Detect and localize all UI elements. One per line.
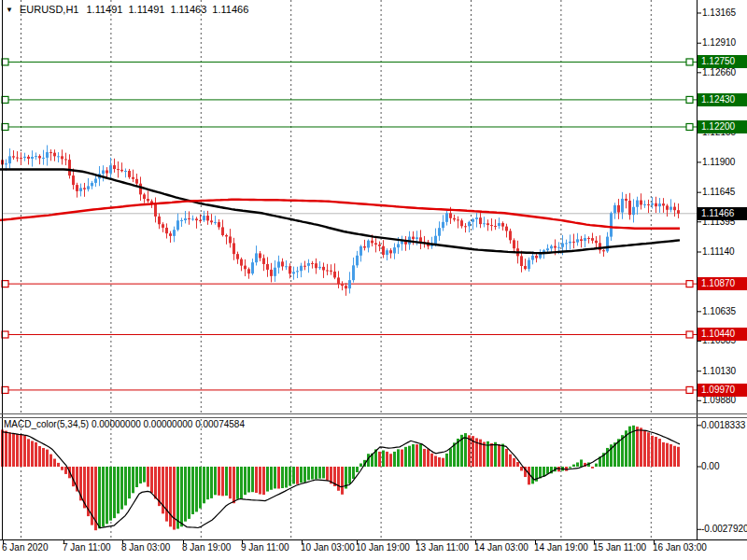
price-axis-label: 1.10635 bbox=[702, 305, 736, 318]
price-and-macd-plot[interactable] bbox=[0, 0, 747, 560]
close-value: 1.11466 bbox=[212, 4, 248, 15]
price-level-badge: 1.10870 bbox=[698, 277, 747, 290]
time-axis-label: 13 Jan 11:00 bbox=[416, 542, 469, 553]
time-axis-label: 10 Jan 03:00 bbox=[301, 542, 355, 553]
time-axis-label: 16 Jan 03:00 bbox=[653, 542, 707, 553]
symbol-period-label: EURUSD,H1 bbox=[20, 4, 79, 15]
high-value: 1.11491 bbox=[128, 4, 164, 15]
time-axis-label: 7 Jan 11:00 bbox=[63, 542, 111, 553]
price-level-badge: 1.12430 bbox=[698, 93, 747, 106]
time-axis-label: 8 Jan 19:00 bbox=[182, 542, 231, 553]
symbol-ohlc-line: ▼ EURUSD,H1 1.11491 1.11491 1.11463 1.11… bbox=[6, 4, 254, 15]
time-axis-label: 15 Jan 11:00 bbox=[593, 542, 646, 553]
price-axis-label: 1.12910 bbox=[702, 36, 736, 49]
macd-axis-label: 0.00 bbox=[701, 460, 719, 473]
price-level-badge: 1.09970 bbox=[698, 384, 747, 397]
current-price-badge: 1.11466 bbox=[698, 207, 747, 220]
price-axis-label: 1.11645 bbox=[702, 186, 735, 199]
price-level-badge: 1.10440 bbox=[698, 328, 747, 341]
low-value: 1.11463 bbox=[170, 4, 206, 15]
price-level-badge: 1.12200 bbox=[698, 120, 747, 133]
macd-axis-label: -0.0027920 bbox=[701, 523, 747, 536]
time-axis-label: 8 Jan 03:00 bbox=[121, 542, 170, 553]
macd-indicator-label: MACD_color(5,34,5) 0.00000000 0.00000000… bbox=[4, 419, 245, 429]
chart-dropdown-icon[interactable]: ▼ bbox=[6, 6, 13, 14]
time-axis-label: 6 Jan 2020 bbox=[2, 542, 49, 553]
price-axis-label: 1.10130 bbox=[702, 365, 736, 378]
time-axis-label: 9 Jan 11:00 bbox=[241, 542, 289, 553]
macd-axis-label: 0.0018333 bbox=[701, 419, 745, 432]
price-axis-label: 1.11140 bbox=[702, 245, 735, 259]
trading-chart-window: ▼ EURUSD,H1 1.11491 1.11491 1.11463 1.11… bbox=[0, 0, 747, 560]
open-value: 1.11491 bbox=[87, 4, 123, 15]
time-axis-label: 14 Jan 03:00 bbox=[474, 542, 529, 553]
time-axis-label: 14 Jan 19:00 bbox=[534, 542, 588, 553]
price-axis-label: 1.13165 bbox=[702, 7, 736, 20]
time-axis-label: 10 Jan 19:00 bbox=[356, 542, 410, 553]
price-level-badge: 1.12750 bbox=[698, 55, 747, 68]
price-axis-label: 1.11900 bbox=[702, 156, 735, 169]
